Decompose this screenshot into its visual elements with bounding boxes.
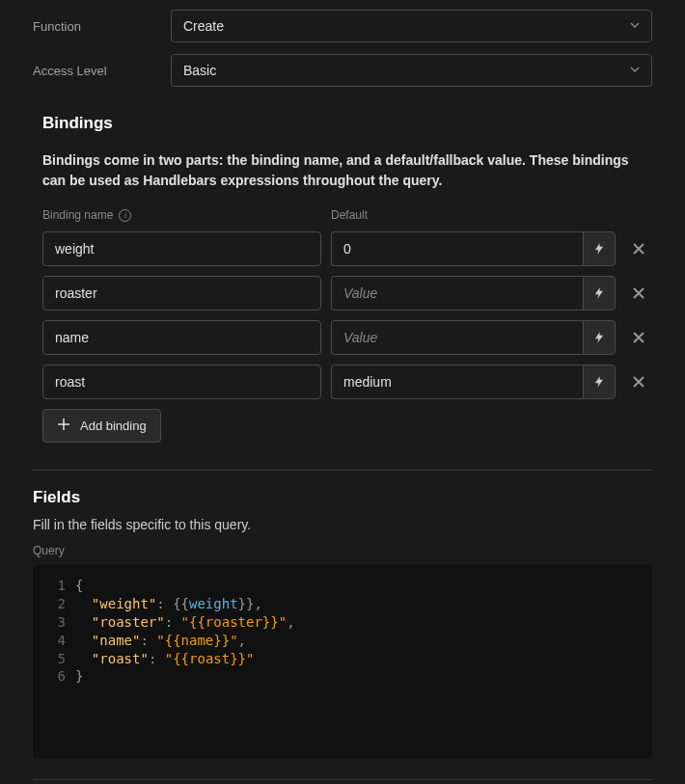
query-label: Query xyxy=(33,544,652,557)
code-line: "roaster": "{{roaster}}", xyxy=(75,613,295,632)
fields-description: Fill in the fields specific to this quer… xyxy=(33,517,652,532)
binding-default-input[interactable] xyxy=(331,365,583,399)
remove-binding-button[interactable] xyxy=(625,324,652,351)
bolt-button[interactable] xyxy=(583,231,616,266)
divider xyxy=(33,779,652,780)
divider xyxy=(33,470,652,471)
add-binding-button[interactable]: Add binding xyxy=(42,409,161,443)
close-icon xyxy=(631,285,646,301)
function-select[interactable]: Create xyxy=(171,10,652,42)
binding-row xyxy=(42,276,652,311)
remove-binding-button[interactable] xyxy=(625,368,652,395)
line-number: 2 xyxy=(33,595,75,613)
binding-name-input[interactable] xyxy=(42,231,321,266)
close-icon xyxy=(631,374,646,390)
binding-name-input[interactable] xyxy=(42,365,321,399)
code-line: "name": "{{name}}", xyxy=(75,632,246,650)
fields-title: Fields xyxy=(33,488,652,507)
bolt-icon xyxy=(592,286,606,300)
binding-default-input[interactable] xyxy=(331,320,583,355)
code-line: "roast": "{{roast}}" xyxy=(75,650,254,668)
bolt-icon xyxy=(592,331,606,344)
bolt-button[interactable] xyxy=(583,365,616,399)
binding-name-input[interactable] xyxy=(42,276,321,311)
query-editor[interactable]: 1{2 "weight": {{weight}},3 "roaster": "{… xyxy=(33,565,652,758)
binding-default-input[interactable] xyxy=(331,231,583,266)
access-level-label: Access Level xyxy=(33,64,171,78)
remove-binding-button[interactable] xyxy=(625,280,652,307)
bolt-button[interactable] xyxy=(583,320,616,355)
line-number: 3 xyxy=(33,613,75,632)
line-number: 4 xyxy=(33,632,75,650)
code-line: "weight": {{weight}}, xyxy=(75,595,262,613)
info-icon[interactable]: i xyxy=(119,209,131,222)
bindings-description: Bindings come in two parts: the binding … xyxy=(42,150,652,191)
code-line: { xyxy=(75,577,83,595)
binding-row xyxy=(42,365,652,399)
line-number: 5 xyxy=(33,650,75,668)
bindings-title: Bindings xyxy=(42,114,652,133)
add-binding-label: Add binding xyxy=(80,419,147,433)
plus-icon xyxy=(57,418,70,434)
binding-name-header: Binding name xyxy=(42,208,113,222)
line-number: 1 xyxy=(33,577,75,595)
close-icon xyxy=(631,330,646,345)
remove-binding-button[interactable] xyxy=(625,235,652,262)
bolt-button[interactable] xyxy=(583,276,616,311)
bolt-icon xyxy=(592,375,606,389)
close-icon xyxy=(631,241,646,257)
function-label: Function xyxy=(33,19,171,34)
access-level-select[interactable]: Basic xyxy=(171,54,652,87)
line-number: 6 xyxy=(33,667,75,686)
binding-row xyxy=(42,320,652,355)
binding-default-header: Default xyxy=(331,208,368,222)
binding-row xyxy=(42,231,652,266)
bolt-icon xyxy=(592,242,606,256)
code-line: } xyxy=(75,667,83,686)
binding-name-input[interactable] xyxy=(42,320,321,355)
binding-default-input[interactable] xyxy=(331,276,583,311)
